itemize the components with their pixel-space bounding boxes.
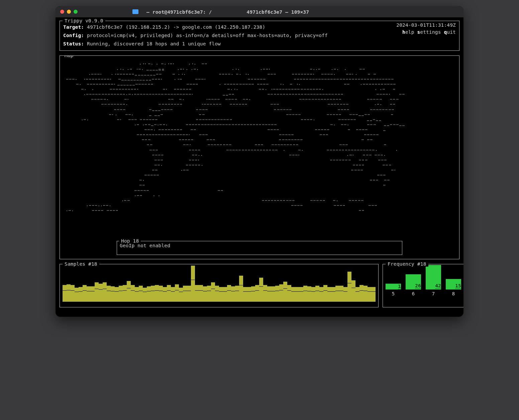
sample-bar (323, 285, 327, 297)
sample-bar (79, 287, 83, 297)
sample-bar (211, 282, 215, 297)
sample-bar (351, 280, 355, 297)
sample-bar (71, 285, 75, 297)
sample-bar (107, 286, 111, 297)
window-controls (60, 10, 78, 14)
sample-bar (291, 287, 295, 297)
sample-bar (183, 286, 187, 297)
hop-title: Hop 18 (119, 238, 141, 244)
map-panel: Map .⠠⠄⠤. . ⠤.⠠⠤⠄ .⠠. ⠤⠤ .⠠. .⠤ ⠠⠤. ⣀⣀⣀⣀… (60, 55, 459, 259)
config-value: protocol=icmp(v4, privileged) as-info=n/… (84, 31, 328, 40)
frequency-bin: 266 (406, 274, 421, 296)
frequency-label: 5 (392, 291, 395, 296)
bottom-row: Samples #18 Frequency #18 1526642715859 (60, 264, 459, 312)
sample-bar (343, 287, 347, 297)
world-map-ascii: .⠠⠄⠤. . ⠤.⠠⠤⠄ .⠠. ⠤⠤ .⠠. .⠤ ⠠⠤. ⣀⣀⣀⣀⣤⣤ .… (60, 56, 459, 217)
sample-bar (227, 285, 231, 297)
sample-bar (271, 286, 275, 297)
sample-bar (235, 286, 239, 297)
samples-chart (63, 273, 376, 297)
sample-bar (203, 286, 207, 297)
minimize-icon[interactable] (67, 10, 71, 14)
sample-bar (103, 282, 107, 297)
sample-bar (263, 285, 267, 297)
frequency-bar: 26 (406, 274, 421, 290)
sample-bar (147, 286, 151, 297)
sample-bar (63, 285, 67, 297)
sample-bar (279, 284, 283, 297)
quit-key[interactable]: q (444, 29, 447, 35)
sample-bar (299, 287, 303, 297)
sample-bar (295, 287, 299, 297)
sample-bar (283, 282, 287, 297)
target-value: 4971cbf6c3e7 (192.168.215.2) -> google.c… (84, 23, 265, 31)
sample-bar (95, 282, 99, 297)
samples-panel: Samples #18 (60, 264, 379, 307)
hop-inset: Hop 18 GeoIp not enabled (117, 241, 402, 255)
sample-bar (303, 286, 307, 297)
sample-bar (311, 287, 315, 297)
sample-bar (191, 266, 195, 297)
sample-bar (255, 285, 259, 297)
sample-bar (243, 287, 247, 297)
sample-bar (91, 286, 95, 297)
folder-icon (132, 9, 138, 14)
window-title-left: — root@4971cbf6c3e7: / (146, 9, 212, 15)
timestamp: 2024-03-01T11:31:49Z (396, 22, 456, 28)
sample-bar (231, 286, 235, 297)
terminal-screen[interactable]: Trippy v0.9.0 2024-03-01T11:31:49Z Targe… (56, 17, 463, 317)
sample-bar (207, 286, 211, 297)
sample-bar (163, 287, 167, 297)
sample-bar (239, 276, 243, 297)
sample-bar (372, 287, 376, 297)
sample-bar (83, 285, 87, 297)
frequency-bar: 42 (426, 265, 441, 290)
sample-bar (167, 285, 171, 297)
sample-bar (331, 287, 335, 297)
sample-bar (139, 286, 143, 297)
frequency-bar: 15 (446, 279, 461, 290)
sample-bar (135, 287, 139, 297)
sample-bar (368, 287, 372, 297)
frequency-label: 6 (412, 291, 415, 296)
sample-bar (347, 272, 351, 297)
help-key[interactable]: h (402, 29, 405, 35)
sample-bar (75, 288, 79, 297)
sample-bar (159, 286, 163, 297)
frequency-bin: 15 (386, 284, 401, 296)
frequency-label: 7 (432, 291, 435, 296)
sample-bar (67, 284, 71, 297)
sample-bar (215, 286, 219, 297)
sample-bar (307, 286, 311, 297)
app-title: Trippy v0.9.0 (63, 18, 105, 23)
sample-bar (115, 287, 119, 297)
config-label: Config: (63, 31, 84, 40)
maximize-icon[interactable] (74, 10, 78, 14)
sample-bar (287, 285, 291, 297)
window-title-right: 4971cbf6c3e7 — 109×37 (247, 9, 309, 15)
sample-bar (187, 286, 191, 297)
info-panel: Trippy v0.9.0 2024-03-01T11:31:49Z Targe… (60, 21, 459, 51)
sample-bar (315, 286, 319, 297)
frequency-bin: 427 (426, 265, 441, 296)
frequency-bin: 158 (446, 279, 461, 296)
frequency-panel: Frequency #18 1526642715859 (383, 264, 463, 307)
sample-bar (123, 285, 127, 297)
sample-bar (87, 286, 91, 297)
sample-bar (319, 287, 323, 297)
sample-bar (247, 287, 251, 297)
sample-bar (99, 284, 103, 297)
settings-key[interactable]: s (417, 29, 420, 35)
samples-title: Samples #18 (63, 261, 99, 267)
sample-bar (364, 286, 368, 297)
frequency-label: 8 (452, 291, 455, 296)
sample-bar (195, 285, 199, 297)
window-titlebar: — root@4971cbf6c3e7: / 4971cbf6c3e7 — 10… (56, 6, 463, 17)
sample-bar (339, 286, 343, 297)
sample-bar (155, 285, 159, 297)
target-label: Target: (63, 23, 84, 31)
sample-bar (175, 284, 179, 297)
help-hints: help settings quit (402, 29, 456, 35)
close-icon[interactable] (60, 10, 64, 14)
sample-bar (259, 278, 263, 297)
